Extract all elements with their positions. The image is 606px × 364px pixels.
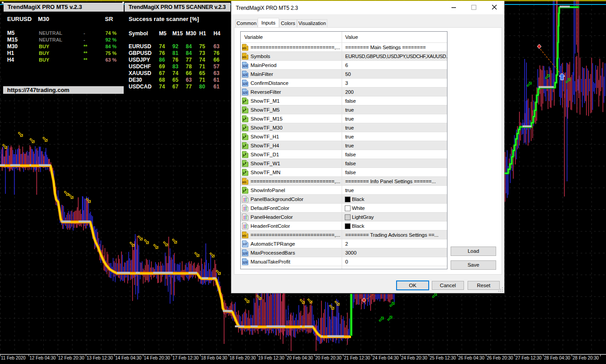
svg-text:1/2: 1/2: [242, 243, 247, 246]
svg-text:ab: ab: [242, 234, 246, 238]
svg-text:123: 123: [242, 251, 247, 255]
svg-text:123: 123: [242, 91, 247, 95]
svg-text:123: 123: [242, 64, 247, 68]
svg-text:123: 123: [242, 260, 247, 264]
svg-text:123: 123: [242, 73, 247, 77]
svg-text:ab: ab: [242, 55, 246, 59]
svg-text:123: 123: [242, 82, 247, 86]
svg-text:ab: ab: [242, 180, 246, 184]
svg-text:ab: ab: [242, 46, 246, 50]
